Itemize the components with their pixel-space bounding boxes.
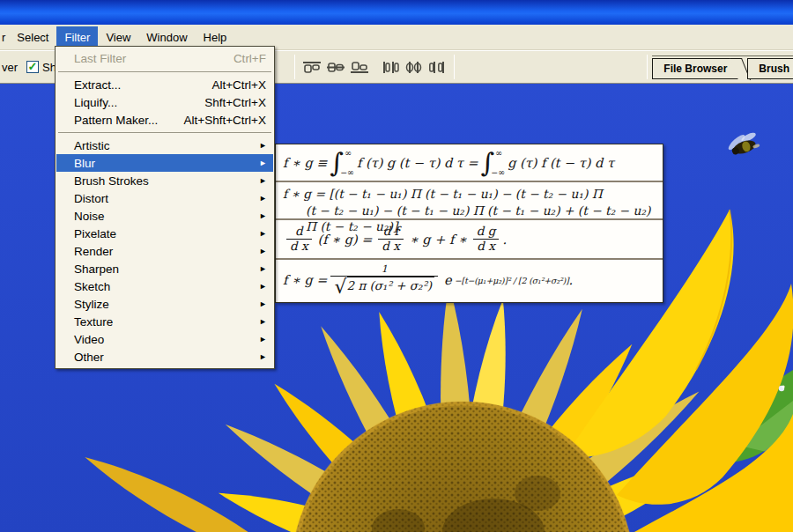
show-checkbox[interactable]: ✓ <box>26 61 39 73</box>
filter-menu-items: Last FilterCtrl+FExtract...Alt+Ctrl+XLiq… <box>56 48 273 366</box>
menu-item-label: Noise <box>74 210 266 223</box>
menubar-item-window[interactable]: Window <box>138 26 195 48</box>
submenu-arrow-icon: ► <box>259 195 267 203</box>
menu-item-label: Texture <box>74 315 266 329</box>
distribute-right-edges-icon[interactable] <box>426 56 449 78</box>
integral-upper-bound: ∞ <box>345 148 354 158</box>
distribute-top-edges-icon[interactable] <box>300 56 323 78</box>
formula-text: ∗ g + f ∗ <box>410 233 467 247</box>
filter-menu-item-brush-strokes[interactable]: Brush Strokes► <box>56 172 273 189</box>
filter-menu-item-last-filter[interactable]: Last FilterCtrl+F <box>56 48 273 68</box>
filter-menu-item-artistic[interactable]: Artistic► <box>56 137 273 154</box>
menubar-item-help[interactable]: Help <box>196 26 235 48</box>
formula-row-2: f ∗ g = [(t − t₁ − u₁) Π (t − t₁ − u₁) −… <box>276 181 663 218</box>
formula-row-4: f ∗ g = 1√2 π (σ₁² + σ₂²) e−[t−(μ₁+μ₂)]²… <box>276 258 663 300</box>
tab-file-browser[interactable]: File Browser <box>652 58 739 79</box>
filter-menu-item-pattern-maker[interactable]: Pattern Maker...Alt+Shft+Ctrl+X <box>56 111 273 129</box>
check-icon: ✓ <box>28 61 38 72</box>
menu-item-shortcut: Alt+Shft+Ctrl+X <box>184 114 266 127</box>
filter-menu-item-blur[interactable]: Blur► <box>56 154 273 172</box>
integral-lower-bound: −∞ <box>340 167 354 177</box>
filter-menu-item-extract[interactable]: Extract...Alt+Ctrl+X <box>56 76 273 93</box>
title-bar <box>0 0 793 25</box>
filter-menu-item-other[interactable]: Other► <box>56 348 273 366</box>
formula-text: f ∗ g = [(t − t₁ − u₁) Π (t − t₁ − u₁) −… <box>283 187 603 201</box>
filter-menu-item-stylize[interactable]: Stylize► <box>56 295 273 313</box>
radicand: 2 π (σ₁² + σ₂²) <box>347 277 435 293</box>
palette-well: File Browser Brush <box>652 55 793 79</box>
menu-item-shortcut: Alt+Ctrl+X <box>211 78 266 92</box>
convolution-formula-panel: f ∗ g ≡ ∫∞−∞ f (τ) g (t − τ) d τ = ∫∞−∞ … <box>275 144 663 303</box>
menu-item-label: Pattern Maker... <box>74 114 174 127</box>
submenu-arrow-icon: ► <box>259 177 267 185</box>
menu-item-label: Blur <box>74 157 266 170</box>
tab-brush[interactable]: Brush <box>747 58 793 79</box>
menu-item-label: Extract... <box>74 78 201 92</box>
fraction-numerator: d g <box>473 225 500 239</box>
options-label-fragment: ver <box>0 61 18 74</box>
menu-item-shortcut: Shft+Ctrl+X <box>204 96 266 109</box>
formula-text: (f ∗ g) = <box>318 233 373 247</box>
filter-dropdown-menu: Last FilterCtrl+FExtract...Alt+Ctrl+XLiq… <box>55 46 275 369</box>
menu-separator <box>58 71 271 72</box>
tab-label: Brush <box>759 63 789 75</box>
submenu-arrow-icon: ► <box>259 265 267 273</box>
menu-item-label: Brush Strokes <box>74 174 266 188</box>
filter-menu-item-liquify[interactable]: Liquify...Shft+Ctrl+X <box>56 93 273 111</box>
integral-lower-bound: −∞ <box>491 167 505 177</box>
toolbar-separator <box>454 55 455 79</box>
submenu-arrow-icon: ► <box>259 212 267 220</box>
toolbar-separator <box>647 55 648 79</box>
menu-item-label: Pixelate <box>74 227 266 240</box>
radical-sign: √ <box>334 277 346 297</box>
exponent-text: −[t−(μ₁+μ₂)]² ∕ [2 (σ₁²+σ₂²)] <box>455 276 569 285</box>
submenu-arrow-icon: ► <box>259 336 267 344</box>
formula-text: f ∗ g = <box>283 273 327 287</box>
distribute-horizontal-centers-icon[interactable] <box>402 56 426 78</box>
menu-separator <box>58 132 271 133</box>
menubar-item-fragment[interactable]: r <box>0 26 9 48</box>
filter-menu-item-sketch[interactable]: Sketch► <box>56 277 273 295</box>
tab-label: File Browser <box>663 63 727 75</box>
filter-menu-item-render[interactable]: Render► <box>56 242 273 260</box>
distribute-left-edges-icon[interactable] <box>378 56 402 78</box>
fraction-denominator: d x <box>378 239 404 254</box>
menu-item-label: Video <box>74 333 266 346</box>
fraction-denominator: d x <box>286 239 312 254</box>
integral-upper-bound: ∞ <box>495 148 505 158</box>
fraction-denominator: d x <box>473 239 499 254</box>
submenu-arrow-icon: ► <box>259 230 267 238</box>
submenu-arrow-icon: ► <box>259 248 267 255</box>
menubar-item-select[interactable]: Select <box>9 26 56 48</box>
toolbar-separator <box>294 55 295 79</box>
formula-row-1: f ∗ g ≡ ∫∞−∞ f (τ) g (t − τ) d τ = ∫∞−∞ … <box>276 144 663 181</box>
distribute-vertical-centers-icon[interactable] <box>323 56 347 78</box>
menu-item-label: Other <box>74 351 266 364</box>
submenu-arrow-icon: ► <box>259 353 267 361</box>
fraction-numerator: d <box>292 225 307 239</box>
filter-menu-item-noise[interactable]: Noise► <box>56 207 273 225</box>
formula-text: f ∗ g ≡ <box>283 156 327 170</box>
menu-item-label: Artistic <box>74 139 266 152</box>
filter-menu-item-pixelate[interactable]: Pixelate► <box>56 225 273 242</box>
formula-text: g (τ) f (t − τ) d τ <box>508 156 614 170</box>
submenu-arrow-icon: ► <box>259 318 267 326</box>
menubar-item-filter[interactable]: Filter <box>56 26 98 48</box>
filter-menu-item-distort[interactable]: Distort► <box>56 189 273 207</box>
distribute-bottom-edges-icon[interactable] <box>347 56 371 78</box>
menu-item-label: Render <box>74 245 266 258</box>
formula-text: f (τ) g (t − τ) d τ = <box>357 156 478 170</box>
menubar-item-view[interactable]: View <box>98 26 138 48</box>
menu-item-label: Sharpen <box>74 262 266 276</box>
menu-item-shortcut: Ctrl+F <box>233 52 266 65</box>
fraction-numerator: 1 <box>378 264 391 276</box>
submenu-arrow-icon: ► <box>259 159 267 167</box>
filter-menu-item-texture[interactable]: Texture► <box>56 313 273 330</box>
filter-menu-item-video[interactable]: Video► <box>56 330 273 348</box>
menu-item-label: Liquify... <box>74 96 194 109</box>
formula-text: e <box>444 273 452 287</box>
filter-menu-item-sharpen[interactable]: Sharpen► <box>56 260 273 277</box>
menu-item-label: Sketch <box>74 280 266 293</box>
formula-text: . <box>568 273 573 287</box>
submenu-arrow-icon: ► <box>259 300 267 308</box>
